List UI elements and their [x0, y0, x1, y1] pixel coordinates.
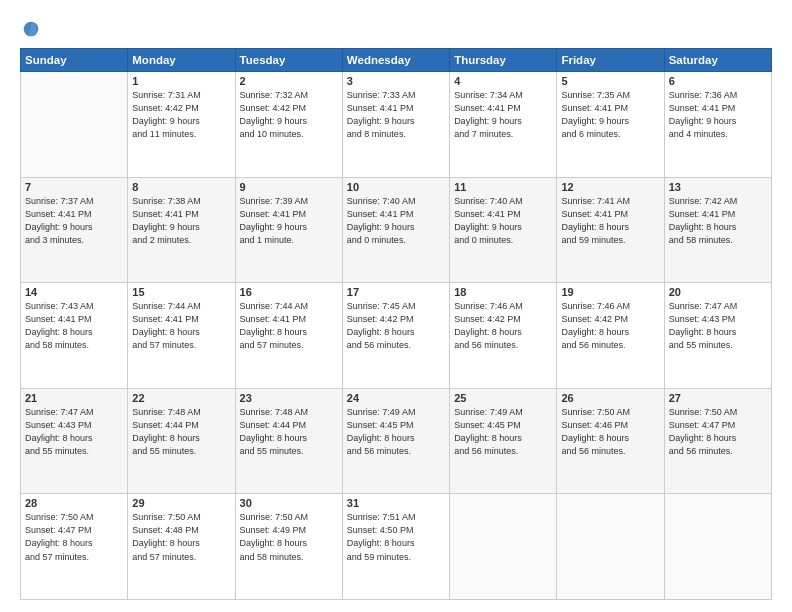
calendar-cell: 15Sunrise: 7:44 AM Sunset: 4:41 PM Dayli…	[128, 283, 235, 389]
calendar-cell: 26Sunrise: 7:50 AM Sunset: 4:46 PM Dayli…	[557, 388, 664, 494]
day-info: Sunrise: 7:34 AM Sunset: 4:41 PM Dayligh…	[454, 89, 552, 141]
day-info: Sunrise: 7:37 AM Sunset: 4:41 PM Dayligh…	[25, 195, 123, 247]
calendar-cell: 12Sunrise: 7:41 AM Sunset: 4:41 PM Dayli…	[557, 177, 664, 283]
day-number: 26	[561, 392, 659, 404]
calendar-cell: 18Sunrise: 7:46 AM Sunset: 4:42 PM Dayli…	[450, 283, 557, 389]
day-info: Sunrise: 7:50 AM Sunset: 4:47 PM Dayligh…	[669, 406, 767, 458]
calendar-cell	[450, 494, 557, 600]
day-info: Sunrise: 7:46 AM Sunset: 4:42 PM Dayligh…	[454, 300, 552, 352]
calendar-cell: 7Sunrise: 7:37 AM Sunset: 4:41 PM Daylig…	[21, 177, 128, 283]
day-number: 4	[454, 75, 552, 87]
day-number: 18	[454, 286, 552, 298]
day-info: Sunrise: 7:33 AM Sunset: 4:41 PM Dayligh…	[347, 89, 445, 141]
calendar-table: SundayMondayTuesdayWednesdayThursdayFrid…	[20, 48, 772, 600]
day-info: Sunrise: 7:44 AM Sunset: 4:41 PM Dayligh…	[240, 300, 338, 352]
day-info: Sunrise: 7:48 AM Sunset: 4:44 PM Dayligh…	[240, 406, 338, 458]
day-number: 7	[25, 181, 123, 193]
day-number: 30	[240, 497, 338, 509]
day-number: 5	[561, 75, 659, 87]
day-number: 22	[132, 392, 230, 404]
calendar-header-monday: Monday	[128, 49, 235, 72]
calendar-cell: 6Sunrise: 7:36 AM Sunset: 4:41 PM Daylig…	[664, 72, 771, 178]
calendar-cell: 17Sunrise: 7:45 AM Sunset: 4:42 PM Dayli…	[342, 283, 449, 389]
day-number: 2	[240, 75, 338, 87]
calendar-cell: 31Sunrise: 7:51 AM Sunset: 4:50 PM Dayli…	[342, 494, 449, 600]
calendar-cell: 13Sunrise: 7:42 AM Sunset: 4:41 PM Dayli…	[664, 177, 771, 283]
day-info: Sunrise: 7:41 AM Sunset: 4:41 PM Dayligh…	[561, 195, 659, 247]
day-info: Sunrise: 7:51 AM Sunset: 4:50 PM Dayligh…	[347, 511, 445, 563]
day-info: Sunrise: 7:49 AM Sunset: 4:45 PM Dayligh…	[347, 406, 445, 458]
day-number: 29	[132, 497, 230, 509]
calendar-cell: 8Sunrise: 7:38 AM Sunset: 4:41 PM Daylig…	[128, 177, 235, 283]
day-info: Sunrise: 7:42 AM Sunset: 4:41 PM Dayligh…	[669, 195, 767, 247]
calendar-header-tuesday: Tuesday	[235, 49, 342, 72]
day-number: 31	[347, 497, 445, 509]
calendar-cell: 9Sunrise: 7:39 AM Sunset: 4:41 PM Daylig…	[235, 177, 342, 283]
calendar-cell: 24Sunrise: 7:49 AM Sunset: 4:45 PM Dayli…	[342, 388, 449, 494]
day-number: 19	[561, 286, 659, 298]
calendar-header-friday: Friday	[557, 49, 664, 72]
calendar-week-row: 21Sunrise: 7:47 AM Sunset: 4:43 PM Dayli…	[21, 388, 772, 494]
day-info: Sunrise: 7:44 AM Sunset: 4:41 PM Dayligh…	[132, 300, 230, 352]
day-info: Sunrise: 7:50 AM Sunset: 4:47 PM Dayligh…	[25, 511, 123, 563]
day-number: 21	[25, 392, 123, 404]
day-number: 16	[240, 286, 338, 298]
day-info: Sunrise: 7:50 AM Sunset: 4:49 PM Dayligh…	[240, 511, 338, 563]
calendar-header-row: SundayMondayTuesdayWednesdayThursdayFrid…	[21, 49, 772, 72]
day-number: 9	[240, 181, 338, 193]
calendar-cell: 20Sunrise: 7:47 AM Sunset: 4:43 PM Dayli…	[664, 283, 771, 389]
calendar-cell: 2Sunrise: 7:32 AM Sunset: 4:42 PM Daylig…	[235, 72, 342, 178]
day-info: Sunrise: 7:45 AM Sunset: 4:42 PM Dayligh…	[347, 300, 445, 352]
calendar-cell: 4Sunrise: 7:34 AM Sunset: 4:41 PM Daylig…	[450, 72, 557, 178]
day-number: 14	[25, 286, 123, 298]
calendar-header-wednesday: Wednesday	[342, 49, 449, 72]
calendar-cell: 29Sunrise: 7:50 AM Sunset: 4:48 PM Dayli…	[128, 494, 235, 600]
day-info: Sunrise: 7:43 AM Sunset: 4:41 PM Dayligh…	[25, 300, 123, 352]
day-number: 12	[561, 181, 659, 193]
calendar-header-thursday: Thursday	[450, 49, 557, 72]
day-info: Sunrise: 7:40 AM Sunset: 4:41 PM Dayligh…	[347, 195, 445, 247]
calendar-cell: 5Sunrise: 7:35 AM Sunset: 4:41 PM Daylig…	[557, 72, 664, 178]
day-number: 25	[454, 392, 552, 404]
day-info: Sunrise: 7:46 AM Sunset: 4:42 PM Dayligh…	[561, 300, 659, 352]
day-number: 8	[132, 181, 230, 193]
calendar-cell: 23Sunrise: 7:48 AM Sunset: 4:44 PM Dayli…	[235, 388, 342, 494]
calendar-week-row: 7Sunrise: 7:37 AM Sunset: 4:41 PM Daylig…	[21, 177, 772, 283]
calendar-cell: 16Sunrise: 7:44 AM Sunset: 4:41 PM Dayli…	[235, 283, 342, 389]
day-info: Sunrise: 7:47 AM Sunset: 4:43 PM Dayligh…	[25, 406, 123, 458]
day-info: Sunrise: 7:47 AM Sunset: 4:43 PM Dayligh…	[669, 300, 767, 352]
day-number: 15	[132, 286, 230, 298]
calendar-cell: 21Sunrise: 7:47 AM Sunset: 4:43 PM Dayli…	[21, 388, 128, 494]
calendar-cell	[664, 494, 771, 600]
calendar-week-row: 1Sunrise: 7:31 AM Sunset: 4:42 PM Daylig…	[21, 72, 772, 178]
calendar-cell: 10Sunrise: 7:40 AM Sunset: 4:41 PM Dayli…	[342, 177, 449, 283]
logo-icon	[20, 18, 42, 40]
calendar-cell: 25Sunrise: 7:49 AM Sunset: 4:45 PM Dayli…	[450, 388, 557, 494]
day-info: Sunrise: 7:49 AM Sunset: 4:45 PM Dayligh…	[454, 406, 552, 458]
day-info: Sunrise: 7:39 AM Sunset: 4:41 PM Dayligh…	[240, 195, 338, 247]
day-number: 23	[240, 392, 338, 404]
calendar-cell: 30Sunrise: 7:50 AM Sunset: 4:49 PM Dayli…	[235, 494, 342, 600]
header	[20, 18, 772, 40]
calendar-cell: 1Sunrise: 7:31 AM Sunset: 4:42 PM Daylig…	[128, 72, 235, 178]
day-number: 24	[347, 392, 445, 404]
calendar-week-row: 28Sunrise: 7:50 AM Sunset: 4:47 PM Dayli…	[21, 494, 772, 600]
calendar-cell	[557, 494, 664, 600]
day-number: 27	[669, 392, 767, 404]
day-info: Sunrise: 7:35 AM Sunset: 4:41 PM Dayligh…	[561, 89, 659, 141]
day-info: Sunrise: 7:32 AM Sunset: 4:42 PM Dayligh…	[240, 89, 338, 141]
day-info: Sunrise: 7:38 AM Sunset: 4:41 PM Dayligh…	[132, 195, 230, 247]
day-number: 17	[347, 286, 445, 298]
calendar-cell: 11Sunrise: 7:40 AM Sunset: 4:41 PM Dayli…	[450, 177, 557, 283]
calendar-cell: 27Sunrise: 7:50 AM Sunset: 4:47 PM Dayli…	[664, 388, 771, 494]
day-info: Sunrise: 7:40 AM Sunset: 4:41 PM Dayligh…	[454, 195, 552, 247]
day-info: Sunrise: 7:31 AM Sunset: 4:42 PM Dayligh…	[132, 89, 230, 141]
day-number: 11	[454, 181, 552, 193]
calendar-cell	[21, 72, 128, 178]
day-number: 10	[347, 181, 445, 193]
day-info: Sunrise: 7:50 AM Sunset: 4:46 PM Dayligh…	[561, 406, 659, 458]
calendar-cell: 22Sunrise: 7:48 AM Sunset: 4:44 PM Dayli…	[128, 388, 235, 494]
day-number: 20	[669, 286, 767, 298]
day-number: 1	[132, 75, 230, 87]
calendar-header-sunday: Sunday	[21, 49, 128, 72]
